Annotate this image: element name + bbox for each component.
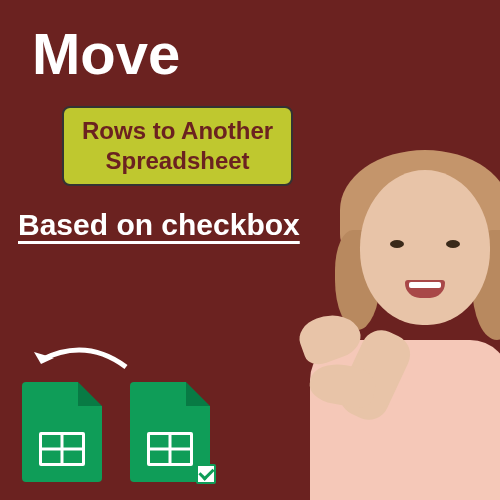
sheets-icons-group [22,382,210,482]
subtitle-line-1: Rows to Another [82,116,273,146]
main-title: Move [32,20,180,87]
checkbox-icon [196,464,216,484]
arrow-icon [26,332,136,382]
subtitle-box: Rows to Another Spreadsheet [62,106,293,186]
sheets-icon-destination [22,382,102,482]
tagline-text: Based on checkbox [18,208,300,242]
sheets-icon-source [130,382,210,482]
presenter-image [270,140,500,500]
subtitle-line-2: Spreadsheet [82,146,273,176]
